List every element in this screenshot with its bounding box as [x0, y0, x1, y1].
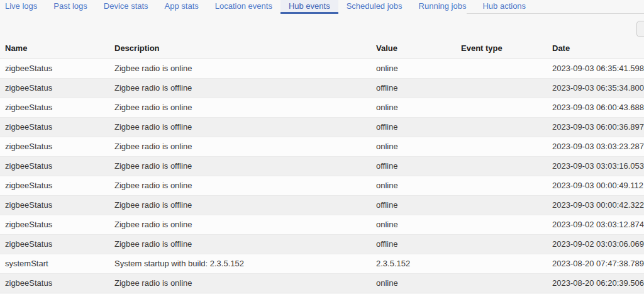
cell-description: Zigbee radio is online — [109, 176, 371, 195]
cell-event-type — [456, 137, 547, 156]
cell-value: online — [371, 215, 456, 234]
column-header-event-type: Event type — [456, 38, 547, 59]
cell-value: online — [371, 59, 456, 78]
table-row: zigbeeStatusZigbee radio is onlineonline… — [0, 176, 644, 195]
column-header-description: Description — [109, 38, 371, 59]
cell-event-type — [456, 234, 547, 254]
table-row: zigbeeStatusZigbee radio is offlineoffli… — [0, 234, 644, 254]
cell-date: 2023-08-20 06:20:39.506 EDT — [547, 273, 644, 293]
tab-hub-events[interactable]: Hub events — [280, 0, 338, 14]
cell-date: 2023-09-02 03:03:06.069 EDT — [547, 234, 644, 254]
cell-event-type — [456, 98, 547, 117]
tab-location-events[interactable]: Location events — [207, 0, 280, 14]
cell-name: zigbeeStatus — [0, 273, 109, 293]
cell-name: zigbeeStatus — [0, 78, 109, 98]
cell-value: offline — [371, 156, 456, 176]
cell-name: zigbeeStatus — [0, 215, 109, 234]
tab-live-logs[interactable]: Live logs — [0, 0, 45, 14]
cell-description: Zigbee radio is online — [109, 98, 371, 117]
table-row: zigbeeStatusZigbee radio is onlineonline… — [0, 59, 644, 78]
cell-date: 2023-09-03 06:00:43.688 EDT — [547, 98, 644, 117]
cell-description: Zigbee radio is online — [109, 59, 371, 78]
events-table: Name Description Value Event type Date z… — [0, 38, 644, 293]
cell-date: 2023-09-03 00:00:42.322 EDT — [547, 195, 644, 215]
tab-past-logs[interactable]: Past logs — [45, 0, 95, 14]
cell-date: 2023-09-03 06:35:34.800 EDT — [547, 78, 644, 98]
tab-app-stats[interactable]: App stats — [157, 0, 207, 14]
search-input[interactable] — [467, 1, 644, 14]
column-header-name: Name — [0, 38, 109, 59]
column-header-value: Value — [371, 38, 456, 59]
cell-date: 2023-09-03 06:35:41.598 EDT — [547, 59, 644, 78]
cell-value: online — [371, 273, 456, 293]
table-row: zigbeeStatusZigbee radio is offlineoffli… — [0, 156, 644, 176]
tab-device-stats[interactable]: Device stats — [96, 0, 157, 14]
table-row: zigbeeStatusZigbee radio is offlineoffli… — [0, 195, 644, 215]
cell-date: 2023-08-20 07:47:38.789 EDT — [547, 254, 644, 273]
corner-button[interactable] — [636, 21, 644, 37]
cell-name: zigbeeStatus — [0, 156, 109, 176]
cell-description: Zigbee radio is offline — [109, 117, 371, 137]
cell-date: 2023-09-03 03:03:16.053 EDT — [547, 156, 644, 176]
cell-name: zigbeeStatus — [0, 234, 109, 254]
cell-description: Zigbee radio is offline — [109, 156, 371, 176]
cell-event-type — [456, 215, 547, 234]
cell-date: 2023-09-02 03:03:12.874 EDT — [547, 215, 644, 234]
cell-date: 2023-09-03 03:03:23.287 EDT — [547, 137, 644, 156]
cell-name: zigbeeStatus — [0, 59, 109, 78]
table-row: systemStartSystem startup with build: 2.… — [0, 254, 644, 273]
cell-event-type — [456, 59, 547, 78]
cell-event-type — [456, 254, 547, 273]
cell-date: 2023-09-03 00:00:49.112 EDT — [547, 176, 644, 195]
cell-value: offline — [371, 117, 456, 137]
cell-event-type — [456, 195, 547, 215]
cell-name: zigbeeStatus — [0, 176, 109, 195]
cell-name: zigbeeStatus — [0, 137, 109, 156]
cell-description: Zigbee radio is online — [109, 215, 371, 234]
table-row: zigbeeStatusZigbee radio is onlineonline… — [0, 137, 644, 156]
cell-value: online — [371, 98, 456, 117]
column-header-date: Date — [547, 38, 644, 59]
cell-description: System startup with build: 2.3.5.152 — [109, 254, 371, 273]
table-body: zigbeeStatusZigbee radio is onlineonline… — [0, 59, 644, 293]
cell-name: zigbeeStatus — [0, 117, 109, 137]
cell-event-type — [456, 156, 547, 176]
cell-value: online — [371, 137, 456, 156]
cell-event-type — [456, 273, 547, 293]
cell-name: zigbeeStatus — [0, 195, 109, 215]
table-row: zigbeeStatusZigbee radio is offlineoffli… — [0, 117, 644, 137]
cell-description: Zigbee radio is online — [109, 137, 371, 156]
cell-value: offline — [371, 195, 456, 215]
table-header: Name Description Value Event type Date — [0, 38, 644, 59]
tab-running-jobs[interactable]: Running jobs — [411, 0, 475, 14]
cell-date: 2023-09-03 06:00:36.897 EDT — [547, 117, 644, 137]
cell-description: Zigbee radio is offline — [109, 234, 371, 254]
cell-name: systemStart — [0, 254, 109, 273]
cell-value: offline — [371, 78, 456, 98]
cell-description: Zigbee radio is offline — [109, 195, 371, 215]
table-row: zigbeeStatusZigbee radio is onlineonline… — [0, 98, 644, 117]
table-row: zigbeeStatusZigbee radio is onlineonline… — [0, 273, 644, 293]
table-row: zigbeeStatusZigbee radio is offlineoffli… — [0, 78, 644, 98]
cell-event-type — [456, 117, 547, 137]
cell-value: offline — [371, 234, 456, 254]
cell-event-type — [456, 78, 547, 98]
cell-description: Zigbee radio is offline — [109, 78, 371, 98]
cell-description: Zigbee radio is online — [109, 273, 371, 293]
cell-event-type — [456, 176, 547, 195]
tab-scheduled-jobs[interactable]: Scheduled jobs — [338, 0, 411, 14]
cell-value: online — [371, 176, 456, 195]
cell-name: zigbeeStatus — [0, 98, 109, 117]
cell-value: 2.3.5.152 — [371, 254, 456, 273]
table-row: zigbeeStatusZigbee radio is onlineonline… — [0, 215, 644, 234]
